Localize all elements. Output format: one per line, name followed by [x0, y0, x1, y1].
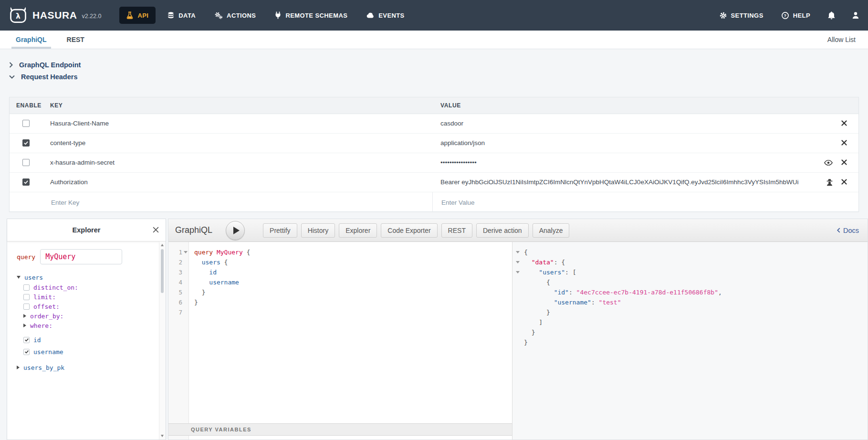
nav-item-events[interactable]: EVENTS — [359, 7, 411, 24]
fold-arrow-icon[interactable] — [516, 271, 520, 273]
header-key[interactable]: content-type — [50, 139, 85, 147]
fold-arrow-icon[interactable] — [184, 251, 188, 253]
query-editor[interactable]: 1 2 3 4 5 6 7 query MyQuery { users { id… — [168, 242, 512, 440]
tab-rest[interactable]: REST — [64, 31, 87, 49]
arg-label: order_by: — [30, 313, 63, 320]
code-line: users { — [194, 257, 512, 267]
analyze-button[interactable]: Analyze — [533, 223, 570, 238]
request-headers-table: ENABLE KEY VALUE Hasura-Client-Name casd… — [9, 97, 859, 212]
line-number: 6 — [168, 297, 188, 307]
table-row: x-hasura-admin-secret •••••••••••••••• — [10, 153, 858, 173]
derive-action-button[interactable]: Derive action — [476, 223, 529, 238]
bell-icon[interactable] — [827, 11, 836, 20]
checkbox-unchecked — [23, 304, 30, 310]
request-headers-section[interactable]: Request Headers — [9, 73, 77, 81]
version-label: v2.22.0 — [82, 13, 101, 20]
play-icon — [233, 227, 240, 234]
enable-checkbox[interactable] — [22, 139, 30, 147]
nav-items: API DATA ACTIONS — [119, 7, 411, 24]
header-value-jwt[interactable]: Bearer eyJhbGciOiJSUzI1NiIsImtpZCI6ImNlc… — [440, 178, 813, 186]
column-key: KEY — [50, 102, 63, 109]
nav-item-data[interactable]: DATA — [160, 7, 203, 24]
user-icon[interactable] — [852, 11, 859, 19]
rest-button[interactable]: REST — [441, 223, 472, 238]
tree-field-users[interactable]: users — [7, 272, 159, 283]
toolbar-buttons: Prettify History Explorer Code Exporter … — [263, 223, 569, 238]
nav-item-label: SETTINGS — [731, 12, 763, 19]
graphiql-panel: GraphiQL Prettify History Explorer Code … — [168, 219, 868, 440]
response-line: { — [524, 247, 868, 257]
fold-arrow-icon[interactable] — [516, 261, 520, 263]
new-header-key-input[interactable] — [50, 196, 386, 209]
tree-arg-limit[interactable]: limit: — [7, 292, 159, 302]
docs-link[interactable]: Docs — [837, 227, 859, 234]
tree-field-users-by-pk[interactable]: users_by_pk — [7, 362, 159, 373]
tree-arg-order-by[interactable]: order_by: — [7, 311, 159, 321]
scroll-down-arrow-icon[interactable] — [161, 435, 164, 437]
editor-code[interactable]: query MyQuery { users { id username } } — [189, 242, 512, 440]
eye-icon[interactable] — [824, 160, 833, 166]
header-key[interactable]: x-hasura-admin-secret — [50, 159, 115, 166]
prettify-button[interactable]: Prettify — [263, 223, 297, 238]
docs-label: Docs — [843, 227, 859, 234]
close-icon[interactable] — [841, 140, 847, 146]
close-icon[interactable] — [841, 120, 847, 126]
enable-checkbox[interactable] — [22, 120, 30, 127]
triangle-right-icon — [17, 366, 20, 369]
header-value-masked[interactable]: •••••••••••••••• — [440, 159, 813, 166]
tree-arg-distinct-on[interactable]: distinct_on: — [7, 283, 159, 292]
table-row: content-type application/json — [10, 134, 858, 153]
query-name-input[interactable] — [40, 249, 122, 264]
query-variables-label: QUERY VARIABLES — [191, 427, 251, 432]
nav-item-help[interactable]: ? HELP — [781, 7, 811, 24]
enable-checkbox[interactable] — [22, 159, 30, 166]
close-icon[interactable] — [841, 159, 847, 165]
enable-checkbox[interactable] — [22, 178, 30, 186]
graphql-endpoint-section[interactable]: GraphQL Endpoint — [9, 61, 81, 69]
close-icon[interactable] — [152, 226, 159, 233]
checkbox-checked — [23, 349, 30, 355]
tree-field-username[interactable]: username — [7, 346, 159, 358]
history-button[interactable]: History — [301, 223, 335, 238]
query-keyword-label: query — [17, 253, 35, 261]
chevron-right-icon — [9, 62, 13, 68]
nav-item-label: API — [137, 12, 148, 19]
checkbox-unchecked — [23, 284, 30, 291]
response-line: "data": { — [524, 257, 868, 267]
tab-allow-list[interactable]: Allow List — [827, 36, 856, 43]
spy-icon[interactable] — [826, 178, 834, 186]
hasura-logo-icon[interactable]: λ — [9, 6, 28, 25]
brand-title: HASURA — [32, 10, 77, 21]
fold-arrow-icon[interactable] — [516, 251, 520, 253]
scroll-up-arrow-icon[interactable] — [161, 244, 164, 246]
nav-item-remote-schemas[interactable]: REMOTE SCHEMAS — [268, 7, 355, 24]
tab-graphiql[interactable]: GraphiQL — [13, 31, 50, 49]
execute-query-button[interactable] — [226, 221, 245, 240]
checkbox-checked — [23, 337, 30, 343]
nav-item-api[interactable]: API — [119, 7, 156, 24]
scrollbar-thumb[interactable] — [161, 249, 164, 293]
editor-gutter: 1 2 3 4 5 6 7 — [168, 242, 189, 440]
explorer-scrollbar[interactable] — [159, 241, 166, 440]
header-key[interactable]: Hasura-Client-Name — [50, 120, 109, 127]
header-value[interactable]: application/json — [440, 139, 813, 147]
header-value[interactable]: casdoor — [440, 120, 813, 127]
nav-item-label: EVENTS — [378, 12, 404, 19]
nav-item-actions[interactable]: ACTIONS — [208, 7, 263, 24]
svg-text:λ: λ — [16, 12, 21, 21]
query-variables-header[interactable]: QUERY VARIABLES — [168, 423, 512, 436]
field-label: id — [33, 336, 41, 344]
explorer-button[interactable]: Explorer — [339, 223, 377, 238]
close-icon[interactable] — [841, 179, 847, 185]
tree-field-id[interactable]: id — [7, 334, 159, 346]
response-line: } — [524, 337, 868, 347]
code-exporter-button[interactable]: Code Exporter — [381, 223, 437, 238]
field-label: username — [33, 348, 63, 356]
new-header-value-input[interactable] — [440, 196, 729, 209]
arg-label: offset: — [33, 303, 60, 310]
tree-arg-where[interactable]: where: — [7, 321, 159, 330]
tree-arg-offset[interactable]: offset: — [7, 302, 159, 311]
api-tabs-bar: GraphiQL REST Allow List — [0, 31, 868, 49]
nav-item-settings[interactable]: SETTINGS — [719, 7, 764, 24]
header-key[interactable]: Authorization — [50, 178, 88, 186]
